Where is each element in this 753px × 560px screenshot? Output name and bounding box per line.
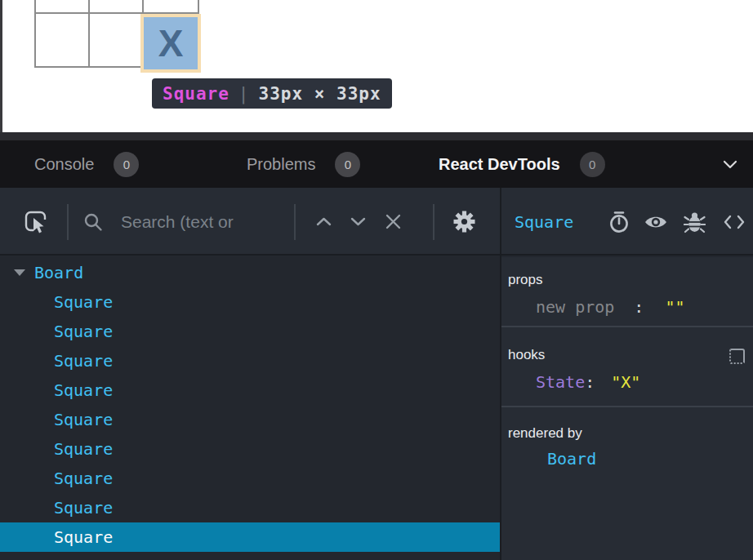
tooltip-dimensions: 33px × 33px bbox=[259, 84, 381, 104]
tree-item-label: Square bbox=[54, 439, 113, 459]
tab-label: React DevTools bbox=[439, 155, 560, 174]
tab-problems[interactable]: Problems 0 bbox=[247, 140, 360, 188]
tree-item-square[interactable]: Square bbox=[0, 405, 500, 434]
expand-twisty-icon[interactable] bbox=[14, 269, 25, 276]
tree-item-label: Square bbox=[54, 322, 113, 341]
tree-item-square[interactable]: Square bbox=[0, 434, 500, 464]
react-devtools-count-badge: 0 bbox=[580, 152, 605, 177]
details-panel: props new prop : "" hooks State : "X" re… bbox=[501, 257, 753, 560]
rendered-by-section: rendered by Board bbox=[501, 407, 753, 555]
drawer-top-strip bbox=[0, 132, 753, 140]
parse-hook-names-icon[interactable] bbox=[729, 349, 745, 364]
search-next-icon[interactable] bbox=[350, 188, 367, 256]
hooks-title: hooks bbox=[508, 347, 753, 363]
react-devtools-screen: X Square | 33px × 33px Console 0 Problem… bbox=[0, 0, 753, 560]
tree-item-square[interactable]: Square bbox=[0, 346, 500, 376]
tree-item-label: Square bbox=[54, 292, 113, 312]
tree-item-square[interactable]: Square bbox=[0, 464, 500, 493]
grid-line bbox=[34, 0, 36, 68]
rendered-by-link[interactable]: Board bbox=[547, 449, 753, 469]
inspect-tooltip: Square | 33px × 33px bbox=[152, 78, 392, 109]
tooltip-separator: | bbox=[238, 84, 250, 104]
hook-row: State : "X" bbox=[536, 372, 753, 392]
tab-react-devtools[interactable]: React DevTools 0 bbox=[439, 140, 605, 188]
props-section: props new prop : "" bbox=[501, 257, 753, 327]
tree-item-label: Square bbox=[54, 410, 113, 429]
hook-colon: : bbox=[585, 372, 595, 392]
inspect-highlight: X bbox=[140, 14, 201, 73]
tree-item-square[interactable]: Square bbox=[0, 522, 500, 552]
page-viewport: X Square | 33px × 33px bbox=[0, 0, 753, 132]
inspect-dom-eye-icon[interactable] bbox=[644, 188, 668, 256]
collapse-drawer-icon[interactable] bbox=[722, 158, 738, 173]
tree-item-label: Square bbox=[54, 527, 113, 547]
search-icon bbox=[83, 188, 103, 256]
tab-label: Console bbox=[34, 155, 94, 174]
toolbar-divider bbox=[67, 204, 69, 240]
tab-label: Problems bbox=[247, 155, 315, 174]
tooltip-component-name: Square bbox=[163, 84, 229, 104]
toolbar-divider bbox=[294, 204, 296, 240]
tree-item-square[interactable]: Square bbox=[0, 493, 500, 522]
tree-item-square[interactable]: Square bbox=[0, 287, 500, 317]
rendered-by-title: rendered by bbox=[508, 425, 753, 442]
drawer-tabbar: Console 0 Problems 0 React DevTools 0 bbox=[0, 140, 753, 188]
square-cell[interactable]: X bbox=[144, 17, 198, 69]
devtools-toolbar: Square bbox=[0, 188, 753, 256]
log-bug-icon[interactable] bbox=[684, 188, 706, 256]
hook-name: State bbox=[536, 372, 585, 392]
search-input[interactable] bbox=[121, 212, 288, 232]
tree-item-label: Square bbox=[54, 351, 113, 371]
tree-item-label: Square bbox=[54, 469, 113, 488]
prop-value[interactable]: "" bbox=[665, 297, 684, 317]
view-source-code-icon[interactable] bbox=[723, 188, 746, 256]
console-count-badge: 0 bbox=[114, 152, 139, 177]
tree-item-label: Board bbox=[34, 263, 83, 282]
cursor-arrow-icon bbox=[33, 218, 44, 233]
tree-item-label: Square bbox=[54, 498, 113, 518]
inspect-element-button[interactable] bbox=[23, 188, 48, 256]
window-edge bbox=[0, 0, 2, 132]
tree-item-label: Square bbox=[54, 380, 113, 400]
tree-item-square[interactable]: Square bbox=[0, 376, 500, 405]
grid-line bbox=[88, 0, 90, 68]
hooks-section: hooks State : "X" bbox=[501, 327, 753, 407]
prop-colon: : bbox=[634, 297, 644, 317]
clear-search-icon[interactable] bbox=[384, 188, 403, 256]
props-title: props bbox=[508, 272, 753, 288]
selected-component-name: Square bbox=[515, 188, 573, 256]
prop-row: new prop : "" bbox=[536, 297, 753, 317]
component-tree: Board SquareSquareSquareSquareSquareSqua… bbox=[0, 257, 500, 560]
tab-console[interactable]: Console 0 bbox=[34, 140, 139, 188]
suspense-stopwatch-icon[interactable] bbox=[608, 188, 630, 256]
problems-count-badge: 0 bbox=[335, 152, 360, 177]
settings-gear-icon[interactable] bbox=[452, 188, 476, 256]
hook-value[interactable]: "X" bbox=[611, 372, 640, 392]
tree-item-square[interactable]: Square bbox=[0, 317, 500, 346]
search-input-wrap bbox=[121, 188, 288, 256]
tree-item-board[interactable]: Board bbox=[0, 258, 500, 287]
search-prev-icon[interactable] bbox=[315, 188, 332, 256]
prop-key[interactable]: new prop bbox=[536, 297, 614, 317]
toolbar-divider bbox=[433, 204, 434, 240]
square-value: X bbox=[158, 24, 184, 62]
